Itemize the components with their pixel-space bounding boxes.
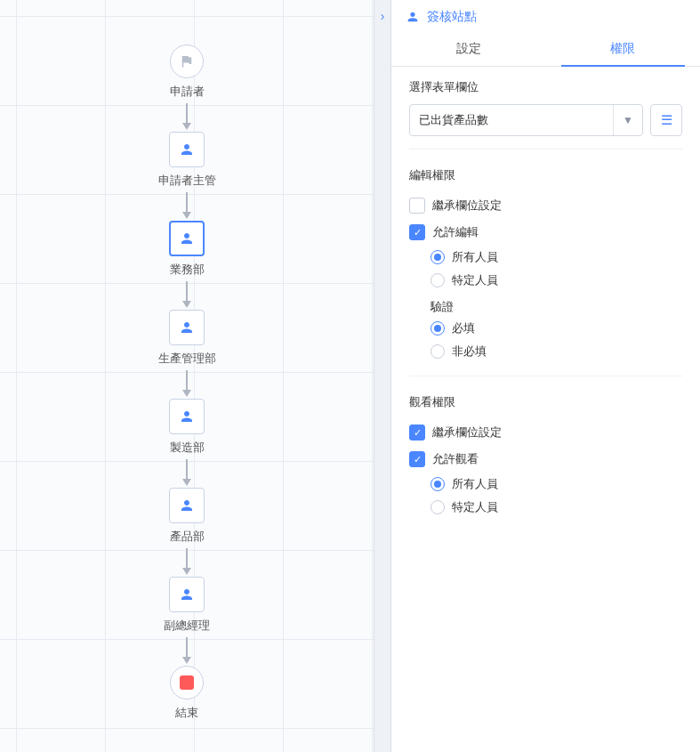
- flow-node-approver-selected[interactable]: [169, 221, 205, 256]
- radio-icon: [430, 344, 445, 359]
- checkbox-label: 繼承欄位設定: [432, 198, 502, 214]
- divider: [409, 376, 682, 376]
- flow-arrow: [186, 459, 188, 486]
- flow-arrow: [186, 370, 188, 397]
- tabs: 設定 權限: [391, 32, 700, 67]
- flow-node-start[interactable]: [170, 44, 204, 78]
- person-icon: [179, 142, 195, 158]
- person-icon: [179, 497, 195, 513]
- checkbox-label: 允許編輯: [432, 224, 479, 240]
- flow-node-approver[interactable]: [169, 577, 205, 612]
- radio-icon: [430, 477, 445, 491]
- select-value: 已出貨產品數: [419, 112, 488, 128]
- app-root: 申請者 申請者主管 業務部: [0, 0, 700, 752]
- list-icon: ☰: [661, 112, 672, 128]
- radio-label: 必填: [452, 320, 475, 336]
- radio-view-scope-all[interactable]: 所有人員: [430, 473, 682, 496]
- person-icon: [179, 319, 195, 336]
- section-title: 觀看權限: [409, 394, 682, 410]
- section-view-permission: 觀看權限 繼承欄位設定 允許觀看 所有人員 特定人員: [391, 382, 700, 524]
- radio-validation-optional[interactable]: 非必填: [430, 340, 682, 363]
- divider: [409, 149, 682, 150]
- flow-node-label: 製造部: [170, 440, 205, 456]
- flow-arrow: [186, 192, 188, 219]
- checkbox-icon: [409, 198, 425, 214]
- chevron-right-icon: ›: [381, 9, 385, 23]
- checkbox-label: 允許觀看: [432, 451, 479, 467]
- flag-icon: [179, 53, 195, 69]
- checkbox-icon: [409, 224, 425, 240]
- radio-label: 所有人員: [452, 249, 498, 265]
- radio-label: 所有人員: [452, 476, 498, 492]
- section-field-select: 選擇表單欄位 已出貨產品數 ▼ ☰: [391, 67, 700, 155]
- person-icon: [406, 10, 420, 24]
- flow-arrow: [186, 637, 188, 664]
- checkbox-inherit-field-view[interactable]: 繼承欄位設定: [409, 419, 682, 446]
- radio-group-edit-scope: 所有人員 特定人員: [409, 246, 682, 292]
- flow-node-label: 業務部: [170, 262, 205, 278]
- field-list-button[interactable]: ☰: [650, 104, 682, 136]
- radio-icon: [430, 500, 445, 514]
- panel-title: 簽核站點: [427, 9, 477, 25]
- radio-group-validation: 必填 非必填: [409, 317, 682, 363]
- section-edit-permission: 編輯權限 繼承欄位設定 允許編輯 所有人員 特定人員 驗證: [391, 155, 700, 382]
- flow-node-label: 生產管理部: [158, 351, 216, 367]
- section-title: 選擇表單欄位: [409, 79, 682, 95]
- checkbox-allow-edit[interactable]: 允許編輯: [409, 219, 682, 246]
- chevron-down-icon: ▼: [613, 105, 633, 135]
- section-title: 編輯權限: [409, 167, 682, 183]
- radio-view-scope-specific[interactable]: 特定人員: [430, 496, 682, 519]
- person-icon: [179, 230, 195, 247]
- person-icon: [179, 408, 195, 425]
- sublabel-validation: 驗證: [409, 292, 682, 317]
- tab-settings[interactable]: 設定: [391, 32, 546, 66]
- panel-header: 簽核站點: [391, 0, 700, 32]
- flow-column: 申請者 申請者主管 業務部: [0, 44, 374, 721]
- flow-node-label: 申請者: [170, 84, 205, 100]
- checkbox-inherit-field[interactable]: 繼承欄位設定: [409, 192, 682, 219]
- radio-validation-required[interactable]: 必填: [430, 317, 682, 340]
- radio-group-view-scope: 所有人員 特定人員: [409, 473, 682, 519]
- radio-icon: [430, 273, 445, 287]
- checkbox-icon: [409, 451, 425, 467]
- radio-icon: [430, 321, 445, 336]
- person-icon: [179, 586, 195, 602]
- tab-permission[interactable]: 權限: [546, 32, 701, 66]
- flow-node-approver[interactable]: [169, 488, 205, 523]
- flow-node-label: 申請者主管: [158, 173, 216, 189]
- flow-node-approver[interactable]: [169, 310, 205, 345]
- flow-node-label: 副總經理: [164, 618, 210, 634]
- checkbox-allow-view[interactable]: 允許觀看: [409, 446, 682, 473]
- flow-node-label: 結束: [175, 705, 198, 721]
- flow-node-approver[interactable]: [169, 399, 205, 434]
- flow-node-approver[interactable]: [169, 132, 205, 167]
- flow-canvas[interactable]: 申請者 申請者主管 業務部: [0, 0, 374, 752]
- form-field-select[interactable]: 已出貨產品數 ▼: [409, 104, 643, 136]
- flow-node-end[interactable]: [170, 666, 204, 699]
- radio-label: 非必填: [452, 344, 487, 360]
- radio-label: 特定人員: [452, 272, 498, 288]
- radio-edit-scope-specific[interactable]: 特定人員: [430, 269, 682, 292]
- side-panel: 簽核站點 設定 權限 選擇表單欄位 已出貨產品數 ▼ ☰ 編輯權限: [391, 0, 700, 752]
- flow-arrow: [186, 281, 188, 308]
- radio-label: 特定人員: [452, 499, 498, 515]
- panel-collapse-handle[interactable]: ›: [374, 0, 391, 752]
- flow-node-label: 產品部: [170, 529, 205, 545]
- radio-edit-scope-all[interactable]: 所有人員: [430, 246, 682, 269]
- stop-icon: [180, 675, 194, 690]
- radio-icon: [430, 250, 445, 264]
- checkbox-icon: [409, 425, 425, 441]
- flow-arrow: [186, 103, 188, 130]
- checkbox-label: 繼承欄位設定: [432, 425, 502, 441]
- flow-arrow: [186, 548, 188, 575]
